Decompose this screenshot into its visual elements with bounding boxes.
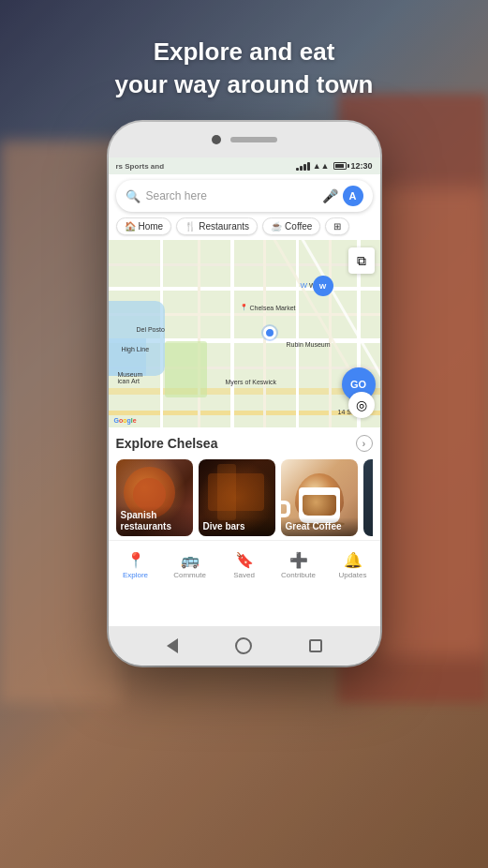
- headline: Explore and eat your way around town: [0, 36, 488, 101]
- recents-button[interactable]: [305, 636, 326, 656]
- explore-header: Explore Chelsea ›: [116, 435, 373, 452]
- recents-icon: [309, 639, 322, 652]
- search-input[interactable]: Search here: [146, 189, 322, 202]
- coffee-chip-icon: ☕: [271, 221, 282, 232]
- map-area[interactable]: 📍 Chelsea Market W Work Del Posto High L…: [109, 240, 380, 427]
- search-bar[interactable]: 🔍 Search here 🎤 A: [116, 180, 373, 212]
- chip-more[interactable]: ⊞: [325, 217, 349, 235]
- chip-restaurants[interactable]: 🍴 Restaurants: [176, 217, 258, 235]
- explore-more-button[interactable]: ›: [356, 435, 373, 452]
- nav-label-explore: Explore: [123, 571, 148, 579]
- card-dive-bars[interactable]: Dive bars: [199, 459, 275, 536]
- updates-nav-icon: 🔔: [344, 551, 362, 569]
- phone-frame: rs Sports and ▲▲ 12:30 🔍 Search here 🎤 A…: [109, 122, 380, 666]
- card-label-spanish: Spanish restaurants: [116, 506, 193, 536]
- card-coffee[interactable]: Great Coffee: [281, 459, 358, 536]
- status-bar: rs Sports and ▲▲ 12:30: [109, 157, 380, 174]
- cards-row: Spanish restaurants Dive bars: [116, 459, 373, 536]
- account-icon[interactable]: A: [343, 186, 363, 206]
- building-left: [0, 141, 122, 703]
- card-spanish-restaurants[interactable]: Spanish restaurants: [116, 459, 193, 536]
- more-chip-icon: ⊞: [333, 221, 341, 232]
- contribute-nav-icon: ➕: [289, 551, 308, 569]
- bottom-nav: 📍 Explore 🚌 Commute 🔖 Saved ➕ Contribute…: [109, 540, 380, 589]
- map-label-chelsea-market: 📍 Chelsea Market: [240, 304, 296, 311]
- headline-line2: your way around town: [0, 68, 488, 101]
- nav-label-commute: Commute: [173, 571, 206, 579]
- phone-speaker: [230, 137, 277, 142]
- layers-icon: ⧉: [357, 253, 366, 269]
- headline-line1: Explore and eat: [0, 36, 488, 68]
- location-icon: ◎: [356, 397, 367, 412]
- card-label-dive-bars: Dive bars: [199, 517, 275, 536]
- nav-item-commute[interactable]: 🚌 Commute: [163, 541, 217, 589]
- map-label-del-posto: Del Posto: [137, 326, 165, 333]
- card-label-coffee: Great Coffee: [281, 517, 358, 536]
- explore-section: Explore Chelsea › Spanish restaurants: [109, 427, 380, 536]
- battery-icon: [333, 162, 347, 170]
- phone-bottom-bar: [109, 626, 380, 666]
- home-icon: [235, 637, 252, 654]
- nav-item-explore[interactable]: 📍 Explore: [109, 541, 163, 589]
- phone-screen: rs Sports and ▲▲ 12:30 🔍 Search here 🎤 A…: [109, 157, 380, 626]
- nav-label-updates: Updates: [339, 571, 367, 579]
- chips-row: 🏠 Home 🍴 Restaurants ☕ Coffee ⊞: [109, 217, 380, 240]
- card-bg-partial: [363, 459, 373, 536]
- signal-icon: [296, 162, 310, 171]
- nav-item-contribute[interactable]: ➕ Contribute: [272, 541, 326, 589]
- phone-camera: [212, 135, 221, 144]
- wifi-icon: ▲▲: [313, 161, 330, 171]
- saved-nav-icon: 🔖: [235, 551, 254, 569]
- nav-item-saved[interactable]: 🔖 Saved: [217, 541, 272, 589]
- map-label-myers: Myers of Keswick: [226, 379, 276, 385]
- explore-title: Explore Chelsea: [116, 436, 356, 451]
- restaurants-chip-icon: 🍴: [185, 221, 196, 232]
- back-button[interactable]: [162, 636, 183, 656]
- home-chip-icon: 🏠: [125, 221, 136, 232]
- work-pin[interactable]: W: [313, 276, 333, 296]
- phone-top-bar: [109, 122, 380, 157]
- status-time: 12:30: [350, 161, 372, 171]
- card-partial: [363, 459, 373, 536]
- nav-item-updates[interactable]: 🔔 Updates: [326, 541, 380, 589]
- mic-icon[interactable]: 🎤: [322, 188, 337, 203]
- home-button[interactable]: [233, 636, 254, 656]
- chip-coffee[interactable]: ☕ Coffee: [262, 217, 320, 235]
- chip-home-label: Home: [139, 221, 164, 232]
- chip-home[interactable]: 🏠 Home: [116, 217, 172, 235]
- google-logo: Google: [114, 417, 137, 424]
- map-label-museum: Museumican Art: [118, 371, 143, 384]
- chip-coffee-label: Coffee: [285, 221, 312, 232]
- status-bar-carrier: rs Sports and: [116, 162, 296, 171]
- map-label-high-line: High Line: [122, 346, 150, 352]
- search-icon: 🔍: [126, 189, 140, 203]
- building-right2: [376, 187, 488, 656]
- map-label-rubin: Rubin Museum: [287, 341, 331, 348]
- nav-label-saved: Saved: [233, 571, 255, 579]
- explore-nav-icon: 📍: [126, 551, 145, 569]
- nav-label-contribute: Contribute: [281, 571, 316, 579]
- chip-restaurants-label: Restaurants: [199, 221, 249, 232]
- back-icon: [167, 638, 178, 653]
- location-button[interactable]: ◎: [348, 392, 375, 418]
- layers-button[interactable]: ⧉: [348, 247, 375, 274]
- user-location-pin: [263, 326, 276, 339]
- commute-nav-icon: 🚌: [181, 551, 200, 569]
